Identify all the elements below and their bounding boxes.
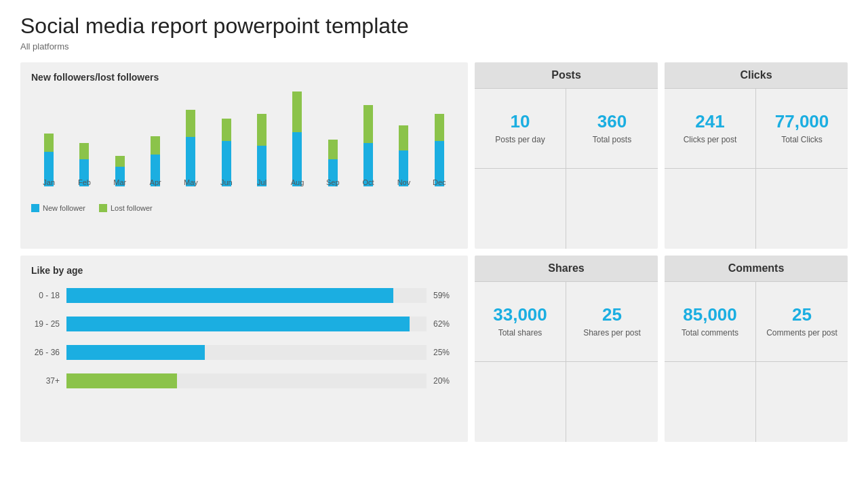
bar-group-jun: Jun (209, 89, 244, 186)
lost-follower-bar (222, 119, 231, 141)
comments-per-post-label: Comments per post (766, 328, 837, 339)
comments-card: Comments 85,000 Total comments 25 Commen… (665, 256, 848, 442)
bar-group-nov: Nov (386, 89, 421, 186)
age-chart-card: Like by age 0 - 1859%19 - 2562%26 - 3625… (20, 256, 468, 442)
shares-per-post-empty (566, 362, 658, 442)
bar-group-mar: Mar (102, 89, 138, 186)
total-clicks-value: 77,000 (775, 111, 829, 132)
lost-follower-bar (186, 110, 195, 137)
followers-bar-chart: JanFebMarAprMayJunJulAugSepOctNovDec (31, 89, 457, 201)
age-row: 26 - 3625% (31, 345, 457, 360)
age-percent-label: 62% (433, 319, 457, 329)
total-clicks-label: Total Clicks (781, 135, 823, 146)
posts-per-day-label-cell (475, 169, 566, 249)
legend-new-follower: New follower (31, 204, 85, 212)
legend-blue-dot (31, 204, 39, 212)
legend-lost-follower: Lost follower (99, 204, 153, 212)
bar-group-jan: Jan (31, 89, 66, 186)
bar-group-jul: Jul (244, 89, 279, 186)
comments-per-post-empty (756, 362, 848, 442)
bar-group-feb: Feb (66, 89, 102, 186)
comments-header: Comments (665, 256, 848, 282)
age-bar-container (66, 317, 427, 331)
posts-per-day-value: 10 (511, 111, 530, 132)
age-chart-title: Like by age (31, 265, 457, 276)
total-comments-label: Total comments (682, 328, 738, 339)
clicks-card: Clicks 241 Clicks per post 77,000 Total … (665, 62, 848, 249)
shares-per-post-label: Shares per post (583, 328, 641, 339)
age-range-label: 0 - 18 (31, 291, 60, 300)
followers-chart-title: New followers/lost followers (31, 72, 457, 83)
lost-follower-bar (399, 125, 408, 150)
total-shares-label: Total shares (498, 328, 542, 339)
chart-legend: New follower Lost follower (31, 204, 457, 212)
page-subtitle: All platforms (20, 41, 848, 52)
bar-month-label: Dec (422, 178, 457, 186)
age-bar-chart: 0 - 1859%19 - 2562%26 - 3625%37+20% (31, 283, 457, 407)
age-row: 0 - 1859% (31, 288, 457, 303)
bar-group-sep: Sep (315, 89, 351, 186)
shares-per-post-value: 25 (602, 304, 622, 325)
legend-green-dot (99, 204, 107, 212)
total-shares-value: 33,000 (493, 304, 547, 325)
followers-chart-card: New followers/lost followers JanFebMarAp… (20, 62, 468, 249)
clicks-header: Clicks (665, 62, 848, 89)
age-range-label: 19 - 25 (31, 319, 60, 329)
clicks-per-post-label: Clicks per post (684, 135, 737, 146)
posts-per-day-label: Posts per day (495, 135, 545, 146)
age-range-label: 37+ (31, 376, 60, 386)
bar-month-label: Oct (351, 178, 386, 186)
total-posts-cell: 360 Total posts (566, 89, 658, 169)
clicks-per-post-cell: 241 Clicks per post (665, 89, 756, 169)
legend-lost-label: Lost follower (111, 204, 153, 212)
bar-month-label: Feb (66, 178, 102, 186)
age-row: 37+20% (31, 373, 457, 388)
total-posts-value: 360 (597, 111, 627, 132)
bar-month-label: Apr (138, 178, 173, 186)
bar-month-label: Nov (386, 178, 421, 186)
bar-month-label: Jun (209, 178, 244, 186)
bar-group-aug: Aug (279, 89, 315, 186)
posts-per-day-cell: 10 Posts per day (475, 89, 566, 169)
dashboard-grid: New followers/lost followers JanFebMarAp… (20, 62, 848, 442)
lost-follower-bar (257, 114, 267, 146)
total-clicks-cell: 77,000 Total Clicks (756, 89, 848, 169)
age-bar-container (66, 345, 427, 360)
total-comments-cell: 85,000 Total comments (665, 282, 756, 362)
page-title: Social media report powerpoint template (20, 14, 848, 39)
shares-grid: 33,000 Total shares 25 Shares per post (475, 282, 658, 442)
bar-month-label: Aug (279, 178, 315, 186)
posts-card: Posts 10 Posts per day 360 Total posts (475, 62, 658, 249)
lost-follower-bar (151, 136, 160, 155)
lost-follower-bar (44, 134, 54, 152)
age-range-label: 26 - 36 (31, 348, 60, 357)
shares-header: Shares (475, 256, 658, 282)
bar-month-label: May (173, 178, 208, 186)
clicks-per-post-empty (665, 169, 756, 249)
bar-month-label: Mar (102, 178, 138, 186)
age-bar-fill (66, 288, 393, 303)
total-clicks-empty (756, 169, 848, 249)
bar-month-label: Sep (315, 178, 351, 186)
bar-group-apr: Apr (138, 89, 173, 186)
age-percent-label: 25% (433, 348, 457, 357)
bar-group-may: May (173, 89, 208, 186)
total-posts-label-cell (566, 169, 658, 249)
clicks-per-post-value: 241 (695, 111, 724, 132)
age-percent-label: 59% (433, 291, 457, 300)
bar-month-label: Jul (244, 178, 279, 186)
comments-per-post-value: 25 (792, 304, 812, 325)
clicks-grid: 241 Clicks per post 77,000 Total Clicks (665, 89, 848, 249)
lost-follower-bar (79, 143, 89, 159)
total-comments-empty (665, 362, 756, 442)
age-bar-container (66, 288, 427, 303)
lost-follower-bar (435, 114, 444, 141)
legend-new-label: New follower (43, 204, 85, 212)
comments-per-post-cell: 25 Comments per post (756, 282, 848, 362)
bar-group-oct: Oct (351, 89, 386, 186)
total-posts-label: Total posts (593, 135, 631, 146)
age-bar-fill (66, 317, 410, 331)
lost-follower-bar (328, 140, 338, 159)
bar-group-dec: Dec (422, 89, 457, 186)
comments-grid: 85,000 Total comments 25 Comments per po… (665, 282, 848, 442)
